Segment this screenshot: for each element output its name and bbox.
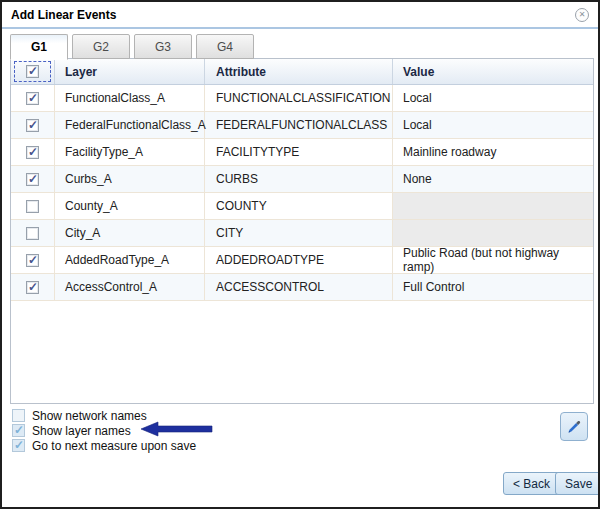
option-row[interactable]: Show layer names xyxy=(12,423,213,438)
table-row: AccessControl_A ACCESSCONTROL Full Contr… xyxy=(11,274,593,301)
column-header-value: Value xyxy=(393,59,593,84)
tab-g1[interactable]: G1 xyxy=(10,34,68,60)
close-icon[interactable]: ✕ xyxy=(575,8,589,22)
back-button[interactable]: < Back xyxy=(503,472,560,495)
attribute-cell: COUNTY xyxy=(205,193,393,219)
row-checkbox[interactable] xyxy=(26,281,39,294)
attribute-cell: FEDERALFUNCTIONALCLASS xyxy=(205,112,393,138)
option-label: Show layer names xyxy=(32,424,131,438)
table-row: City_A CITY xyxy=(11,220,593,247)
row-checkbox[interactable] xyxy=(26,254,39,267)
row-checkbox[interactable] xyxy=(26,92,39,105)
dialog-title: Add Linear Events xyxy=(11,8,116,22)
select-all-focus-ring xyxy=(14,61,51,82)
row-checkbox-cell xyxy=(11,220,55,246)
option-row[interactable]: Go to next measure upon save xyxy=(12,438,213,453)
tab-g3[interactable]: G3 xyxy=(134,34,192,59)
row-checkbox-cell xyxy=(11,139,55,165)
row-checkbox[interactable] xyxy=(26,227,39,240)
table-row: Curbs_A CURBS None xyxy=(11,166,593,193)
tab-label: G2 xyxy=(93,40,109,54)
tab-label: G4 xyxy=(217,40,233,54)
layer-cell: Curbs_A xyxy=(55,166,205,192)
row-checkbox-cell xyxy=(11,193,55,219)
layer-cell: AccessControl_A xyxy=(55,274,205,300)
table-row: FederalFunctionalClass_A FEDERALFUNCTION… xyxy=(11,112,593,139)
attribute-cell: FUNCTIONALCLASSIFICATION xyxy=(205,85,393,111)
value-cell: Local xyxy=(393,112,593,138)
value-cell: None xyxy=(393,166,593,192)
select-all-header-cell xyxy=(11,59,55,84)
options-panel: Show network names Show layer names Go t… xyxy=(12,408,213,453)
attribute-cell: CURBS xyxy=(205,166,393,192)
save-button[interactable]: Save xyxy=(555,472,600,495)
row-checkbox[interactable] xyxy=(26,173,39,186)
tab-label: G3 xyxy=(155,40,171,54)
option-checkbox xyxy=(12,439,25,452)
attribute-cell: CITY xyxy=(205,220,393,246)
value-cell: Full Control xyxy=(393,274,593,300)
table-row: AddedRoadType_A ADDEDROADTYPE Public Roa… xyxy=(11,247,593,274)
layer-cell: County_A xyxy=(55,193,205,219)
attribute-cell: FACILITYTYPE xyxy=(205,139,393,165)
value-cell xyxy=(393,220,593,246)
value-cell: Mainline roadway xyxy=(393,139,593,165)
attribute-cell: ACCESSCONTROL xyxy=(205,274,393,300)
table-row: County_A COUNTY xyxy=(11,193,593,220)
row-checkbox[interactable] xyxy=(26,146,39,159)
dialog-titlebar: Add Linear Events ✕ xyxy=(2,2,598,29)
edit-button[interactable] xyxy=(560,412,588,441)
select-all-checkbox[interactable] xyxy=(26,65,39,78)
row-checkbox-cell xyxy=(11,85,55,111)
attribute-cell: ADDEDROADTYPE xyxy=(205,247,393,273)
row-checkbox-cell xyxy=(11,247,55,273)
left-arrow-annotation-icon xyxy=(141,421,213,440)
value-cell: Public Road (but not highway ramp) xyxy=(393,247,593,273)
layer-cell: AddedRoadType_A xyxy=(55,247,205,273)
row-checkbox-cell xyxy=(11,112,55,138)
layer-cell: FederalFunctionalClass_A xyxy=(55,112,205,138)
tab-g2[interactable]: G2 xyxy=(72,34,130,59)
layers-table: Layer Attribute Value FunctionalClass_A … xyxy=(10,58,594,404)
table-row: FacilityType_A FACILITYTYPE Mainline roa… xyxy=(11,139,593,166)
layer-cell: FunctionalClass_A xyxy=(55,85,205,111)
table-header-row: Layer Attribute Value xyxy=(11,59,593,85)
option-checkbox xyxy=(12,409,25,422)
row-checkbox-cell xyxy=(11,166,55,192)
value-cell: Local xyxy=(393,85,593,111)
row-checkbox[interactable] xyxy=(26,119,39,132)
row-checkbox-cell xyxy=(11,274,55,300)
table-row: FunctionalClass_A FUNCTIONALCLASSIFICATI… xyxy=(11,85,593,112)
tab-strip: G1 G2 G3 G4 xyxy=(10,34,254,59)
layer-cell: City_A xyxy=(55,220,205,246)
add-linear-events-dialog: Add Linear Events ✕ G1 G2 G3 G4 Layer At… xyxy=(0,0,600,509)
table-body: FunctionalClass_A FUNCTIONALCLASSIFICATI… xyxy=(11,85,593,301)
layer-cell: FacilityType_A xyxy=(55,139,205,165)
value-cell xyxy=(393,193,593,219)
column-header-attribute: Attribute xyxy=(205,59,393,84)
pencil-icon xyxy=(566,419,582,435)
option-checkbox xyxy=(12,424,25,437)
option-label: Go to next measure upon save xyxy=(32,439,196,453)
row-checkbox[interactable] xyxy=(26,200,39,213)
tab-label: G1 xyxy=(31,40,47,54)
column-header-layer: Layer xyxy=(55,59,205,84)
option-label: Show network names xyxy=(32,409,147,423)
tab-g4[interactable]: G4 xyxy=(196,34,254,59)
